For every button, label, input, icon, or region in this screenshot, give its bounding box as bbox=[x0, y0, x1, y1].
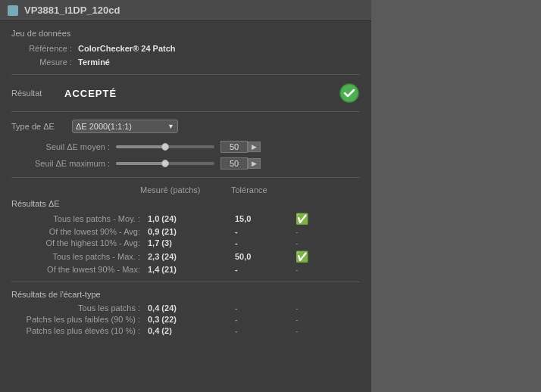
delta-dropdown[interactable]: ΔE 2000(1:1:1) ▼ bbox=[72, 120, 178, 133]
col-tolerance-header: Tolérance bbox=[231, 185, 292, 194]
ecart-row-label-1: Patchs les plus faibles (90 %) : bbox=[19, 315, 140, 324]
ecart-row-tol-0: - bbox=[231, 303, 292, 313]
table-header: Mesuré (patchs) Tolérance bbox=[11, 185, 360, 194]
delta-row-mesure-0: 1,0 (24) bbox=[140, 214, 231, 223]
delta-row-mesure-2: 1,7 (3) bbox=[140, 238, 231, 247]
no2-icon-1: - bbox=[296, 265, 299, 274]
delta2-row-label-0: Tous les patchs - Max. : bbox=[19, 252, 140, 261]
table-section: Mesuré (patchs) Tolérance Résultats ΔE T… bbox=[11, 185, 360, 335]
delta2-row-tol-0: 50,0 bbox=[231, 252, 292, 261]
delta-dropdown-value: ΔE 2000(1:1:1) bbox=[76, 122, 132, 131]
col-mesure-header: Mesuré (patchs) bbox=[140, 185, 231, 194]
seuil-moyen-label: Seuil ΔE moyen : bbox=[11, 142, 110, 151]
delta-row-label-2: Of the highest 10% - Avg: bbox=[19, 238, 140, 247]
ok2-icon-0: ✅ bbox=[296, 250, 308, 263]
delta-row-tol-0: 15,0 bbox=[231, 214, 292, 223]
no-icon-2: - bbox=[296, 238, 299, 247]
delta-rows-group1: Tous les patchs - Moy. : 1,0 (24) 15,0 ✅… bbox=[11, 213, 360, 247]
mesure-row: Mesure : Terminé bbox=[11, 58, 360, 67]
ecart-row-1: Patchs les plus faibles (90 %) : 0,3 (22… bbox=[11, 315, 360, 324]
delta-row-1: Of the lowest 90% - Avg: 0,9 (21) - - bbox=[11, 227, 360, 236]
seuil-moyen-track[interactable] bbox=[116, 145, 214, 148]
seuil-max-row: Seuil ΔE maximum : 50 ▶ bbox=[11, 157, 360, 170]
ecart-row-mesure-1: 0,3 (22) bbox=[140, 315, 231, 324]
delta-row-0: Tous les patchs - Moy. : 1,0 (24) 15,0 ✅ bbox=[11, 213, 360, 225]
delta-row-2: Of the highest 10% - Avg: 1,7 (3) - - bbox=[11, 238, 360, 247]
reference-row: Référence : ColorChecker® 24 Patch bbox=[11, 44, 360, 53]
resultats-ecart-title: Résultats de l'écart-type bbox=[11, 290, 360, 299]
ecart-row-ok-2: - bbox=[296, 326, 299, 335]
ecart-row-ok-0: - bbox=[296, 303, 299, 313]
check-icon bbox=[339, 82, 360, 104]
delta2-row-0: Tous les patchs - Max. : 2,3 (24) 50,0 ✅ bbox=[11, 250, 360, 263]
delta2-row-tol-1: - bbox=[231, 265, 292, 274]
ecart-row-ok-1: - bbox=[296, 315, 299, 324]
delta-row-mesure-1: 0,9 (21) bbox=[140, 227, 231, 236]
dropdown-arrow-icon: ▼ bbox=[167, 123, 174, 130]
reference-value: ColorChecker® 24 Patch bbox=[78, 44, 176, 53]
resultat-label: Résultat bbox=[11, 89, 64, 98]
seuil-moyen-row: Seuil ΔE moyen : 50 ▶ bbox=[11, 141, 360, 153]
ecart-row-tol-1: - bbox=[231, 315, 292, 324]
no-icon-1: - bbox=[296, 227, 299, 236]
seuil-max-track[interactable] bbox=[116, 162, 214, 165]
ecart-row-label-2: Patchs les plus élevés (10 %) : bbox=[19, 326, 140, 335]
mesure-value: Terminé bbox=[78, 58, 110, 67]
ecart-row-mesure-2: 0,4 (2) bbox=[140, 326, 231, 335]
right-panel bbox=[371, 0, 541, 392]
seuil-moyen-value: 50 bbox=[220, 141, 248, 153]
reference-label: Référence : bbox=[11, 44, 72, 53]
resultat-value: ACCEPTÉ bbox=[64, 88, 339, 99]
seuil-moyen-value-box: 50 ▶ bbox=[220, 141, 261, 153]
delta-row-tol-2: - bbox=[231, 238, 292, 247]
seuil-moyen-arrow[interactable]: ▶ bbox=[248, 142, 261, 152]
ecart-row-mesure-0: 0,4 (24) bbox=[140, 303, 231, 313]
delta2-row-1: Of the lowest 90% - Max: 1,4 (21) - - bbox=[11, 265, 360, 274]
ecart-row-0: Tous les patchs : 0,4 (24) - - bbox=[11, 303, 360, 313]
delta-rows-group2: Tous les patchs - Max. : 2,3 (24) 50,0 ✅… bbox=[11, 250, 360, 274]
delta-row-tol-1: - bbox=[231, 227, 292, 236]
delta2-row-label-1: Of the lowest 90% - Max: bbox=[19, 265, 140, 274]
delta-type-label: Type de ΔE bbox=[11, 122, 72, 131]
ecart-row-label-0: Tous les patchs : bbox=[19, 303, 140, 313]
svg-point-0 bbox=[340, 84, 358, 102]
resultats-delta-title: Résultats ΔE bbox=[11, 199, 360, 208]
seuil-max-arrow[interactable]: ▶ bbox=[248, 158, 261, 169]
ok-icon-0: ✅ bbox=[296, 213, 308, 225]
window-title: VP3881_i1DP_120cd bbox=[24, 5, 120, 16]
resultat-row: Résultat ACCEPTÉ bbox=[11, 82, 360, 104]
jeu-de-donnees-label: Jeu de données bbox=[11, 29, 360, 38]
ecart-rows: Tous les patchs : 0,4 (24) - - Patchs le… bbox=[11, 303, 360, 335]
ecart-row-2: Patchs les plus élevés (10 %) : 0,4 (2) … bbox=[11, 326, 360, 335]
seuil-max-value: 50 bbox=[220, 157, 248, 170]
mesure-label: Mesure : bbox=[11, 58, 72, 67]
delta-row-label-0: Tous les patchs - Moy. : bbox=[19, 214, 140, 223]
title-icon bbox=[8, 5, 18, 16]
ecart-row-tol-2: - bbox=[231, 326, 292, 335]
delta2-row-mesure-0: 2,3 (24) bbox=[140, 252, 231, 261]
delta-row-label-1: Of the lowest 90% - Avg: bbox=[19, 227, 140, 236]
seuil-max-label: Seuil ΔE maximum : bbox=[11, 159, 110, 168]
seuil-max-value-box: 50 ▶ bbox=[220, 157, 261, 170]
delta-type-row: Type de ΔE ΔE 2000(1:1:1) ▼ bbox=[11, 120, 360, 133]
title-bar: VP3881_i1DP_120cd bbox=[0, 0, 371, 21]
delta2-row-mesure-1: 1,4 (21) bbox=[140, 265, 231, 274]
